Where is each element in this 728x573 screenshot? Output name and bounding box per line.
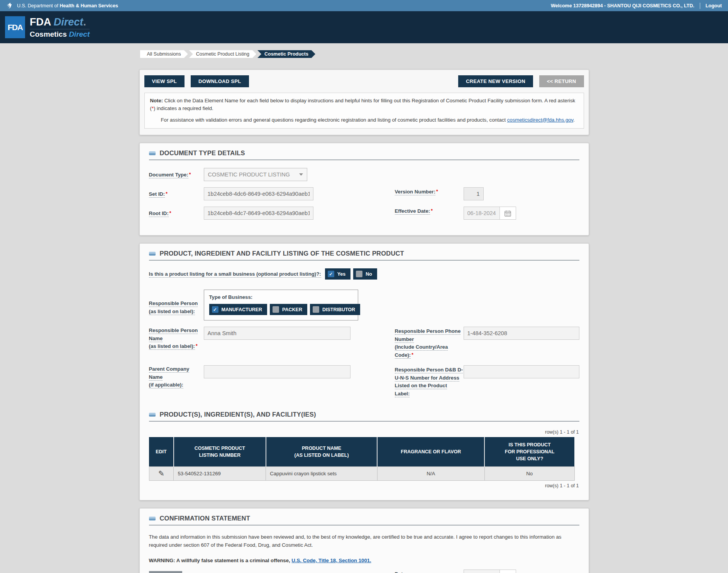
version-number-input[interactable] xyxy=(464,187,484,200)
product-listing-section: PRODUCT, INGREDIENT AND FACILITY LISTING… xyxy=(139,243,589,500)
root-id-input[interactable] xyxy=(204,207,313,220)
col-fragrance: FRAGRANCE OR FLAVOR xyxy=(377,437,484,467)
chevron-down-icon xyxy=(299,173,303,176)
confirmation-statement-heading: CONFIRMATION STATEMENT xyxy=(149,515,579,526)
cell-listing-number: 53-540522-131269 xyxy=(174,467,266,481)
effective-date-calendar-button[interactable] xyxy=(500,207,516,220)
products-subsection-heading: PRODUCT(S), INGREDIENT(S), AND FACILITY(… xyxy=(149,411,579,422)
app-header: FDA FDA Direct. Cosmetics Direct xyxy=(0,11,728,43)
date-input[interactable] xyxy=(464,570,500,573)
document-type-details-section: DOCUMENT TYPE DETAILS Document Type:* CO… xyxy=(139,143,589,236)
table-row: ✎ 53-540522-131269 Cappuvini crayon lips… xyxy=(149,467,574,481)
table-header-row: EDIT COSMETIC PRODUCT LISTING NUMBER PRO… xyxy=(149,437,574,467)
confirmation-statement-text: The data and information in this submiss… xyxy=(149,533,566,549)
responsible-person-duns-label: Responsible Person D&B D-U-N-S Number fo… xyxy=(395,365,464,398)
fda-logo: FDA xyxy=(5,16,25,38)
packer-checkbox[interactable]: PACKER xyxy=(270,304,307,315)
responsible-person-name-label: Responsible Person Name (as listed on la… xyxy=(149,327,198,349)
date-calendar-button[interactable] xyxy=(500,570,516,573)
type-of-business-label: Type of Business: xyxy=(209,294,253,300)
checkbox-unchecked-icon xyxy=(356,271,362,277)
type-of-business-fieldset: Type of Business: ✓MANUFACTURER PACKER D… xyxy=(204,290,358,320)
note-box: Note: Click on the Data Element Name for… xyxy=(144,93,584,129)
breadcrumb-cosmetic-products[interactable]: Cosmetic Products xyxy=(257,50,315,58)
contact-email-link[interactable]: cosmeticsdirect@fda.hhs.gov xyxy=(507,117,573,123)
set-id-input[interactable] xyxy=(204,187,313,200)
effective-date-label: Effective Date:* xyxy=(395,207,464,215)
effective-date-input[interactable] xyxy=(464,207,500,220)
responsible-person-duns-input[interactable] xyxy=(464,365,579,378)
download-spl-button[interactable]: DOWNLOAD SPL xyxy=(191,75,249,87)
cell-professional-use: No xyxy=(484,467,574,481)
set-id-label: Set ID:* xyxy=(149,191,168,197)
welcome-text: Welcome 13728942894 - SHANTOU QIJI COSME… xyxy=(551,3,694,8)
cell-product-name: Cappuvini crayon lipstick sets xyxy=(266,467,378,481)
checkbox-unchecked-icon xyxy=(313,306,319,313)
document-type-details-heading: DOCUMENT TYPE DETAILS xyxy=(149,149,579,160)
hhs-eagle-icon xyxy=(6,2,14,10)
topbar-divider xyxy=(700,3,700,9)
us-code-link[interactable]: U.S. Code, Title 18, Section 1001. xyxy=(291,558,371,563)
small-business-no-checkbox[interactable]: No xyxy=(353,268,377,280)
collapse-icon[interactable] xyxy=(149,413,156,417)
small-business-yes-checkbox[interactable]: ✓Yes xyxy=(325,268,351,280)
col-product-name: PRODUCT NAME (AS LISTED ON LABEL) xyxy=(266,437,378,467)
responsible-person-name-input[interactable] xyxy=(204,327,350,340)
distributor-checkbox[interactable]: DISTRIBUTOR xyxy=(310,304,360,315)
government-topbar: U.S. Department of Health & Human Servic… xyxy=(0,0,728,11)
col-professional-use: IS THIS PRODUCT FOR PROFESSIONAL USE ONL… xyxy=(484,437,574,467)
breadcrumb: All Submissions Cosmetic Product Listing… xyxy=(140,50,589,58)
assistance-text: For assistance with validation errors an… xyxy=(150,116,578,124)
department-title: U.S. Department of Health & Human Servic… xyxy=(17,3,118,8)
parent-company-name-input[interactable] xyxy=(204,365,350,378)
i-agree-checkbox[interactable]: ✓I Agree xyxy=(149,571,183,573)
manufacturer-checkbox[interactable]: ✓MANUFACTURER xyxy=(209,304,267,315)
brand-cosmetics-direct: Cosmetics Direct xyxy=(30,30,90,39)
calendar-icon xyxy=(504,210,511,217)
products-table: EDIT COSMETIC PRODUCT LISTING NUMBER PRO… xyxy=(149,437,575,481)
breadcrumb-cosmetic-product-listing[interactable]: Cosmetic Product Listing xyxy=(189,50,256,58)
responsible-person-phone-label: Responsible Person Phone Number (Include… xyxy=(395,327,464,359)
checkbox-checked-icon: ✓ xyxy=(328,271,334,277)
col-edit: EDIT xyxy=(149,437,174,467)
breadcrumb-all-submissions[interactable]: All Submissions xyxy=(140,50,188,58)
create-new-version-button[interactable]: CREATE NEW VERSION xyxy=(458,75,533,87)
product-listing-heading: PRODUCT, INGREDIENT AND FACILITY LISTING… xyxy=(149,250,579,261)
root-id-label: Root ID:* xyxy=(149,210,171,216)
cell-fragrance: N/A xyxy=(377,467,484,481)
checkbox-checked-icon: ✓ xyxy=(212,306,218,313)
small-business-label: Is this a product listing for a small bu… xyxy=(149,270,321,278)
responsible-person-label: Responsible Person (as listed on label): xyxy=(149,300,198,315)
document-type-label: Document Type:* xyxy=(149,172,191,178)
toolbar-panel: VIEW SPL DOWNLOAD SPL CREATE NEW VERSION… xyxy=(139,70,589,135)
view-spl-button[interactable]: VIEW SPL xyxy=(144,75,185,87)
collapse-icon[interactable] xyxy=(149,252,156,256)
table-rowcount-top: row(s) 1 - 1 of 1 xyxy=(149,429,579,435)
return-button[interactable]: << RETURN xyxy=(539,75,584,87)
logout-link[interactable]: Logout xyxy=(706,3,722,8)
collapse-icon[interactable] xyxy=(149,151,156,155)
checkbox-unchecked-icon xyxy=(273,306,279,313)
brand-fda-direct: FDA Direct. xyxy=(30,16,90,29)
col-listing-number: COSMETIC PRODUCT LISTING NUMBER xyxy=(174,437,266,467)
warning-text: WARNING: A willfully false statement is … xyxy=(149,558,579,563)
collapse-icon[interactable] xyxy=(149,517,156,520)
version-number-label: Version Number:* xyxy=(395,187,464,196)
document-type-select[interactable]: COSMETIC PRODUCT LISTING xyxy=(204,168,307,181)
responsible-person-phone-input[interactable] xyxy=(464,327,579,340)
parent-company-name-label: Parent Company Name (if applicable): xyxy=(149,366,190,388)
date-label: Date xyxy=(395,570,464,573)
table-rowcount-bottom: row(s) 1 - 1 of 1 xyxy=(149,483,579,488)
edit-pencil-icon[interactable]: ✎ xyxy=(158,469,164,478)
note-text: Note: Click on the Data Element Name for… xyxy=(150,97,578,112)
confirmation-statement-section: CONFIRMATION STATEMENT The data and info… xyxy=(139,508,589,573)
